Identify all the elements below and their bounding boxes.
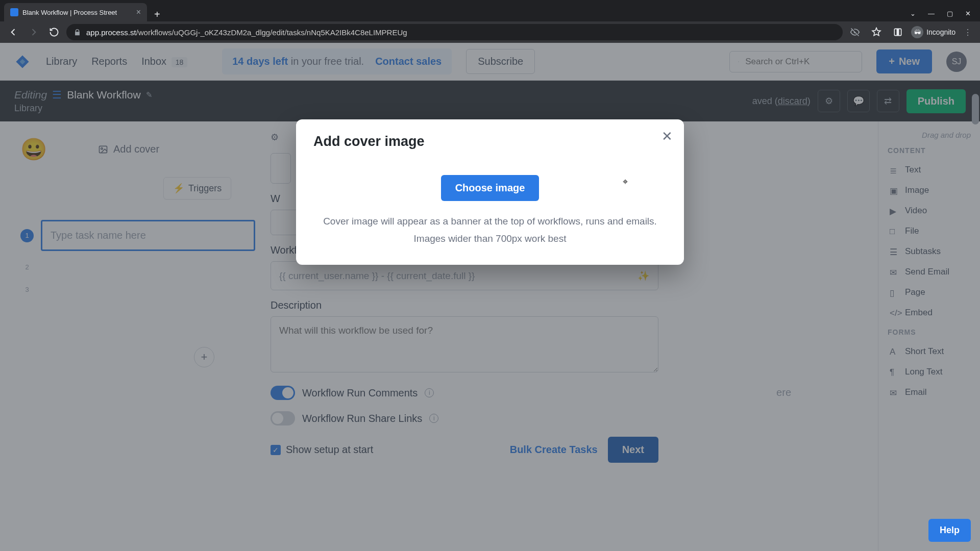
favicon	[10, 8, 18, 16]
new-tab-button[interactable]: +	[147, 7, 167, 21]
modal-overlay[interactable]: Add cover image ✕ Choose image Cover ima…	[0, 43, 980, 551]
modal-title: Add cover image	[313, 134, 667, 149]
svg-rect-1	[897, 29, 899, 35]
window-close-icon[interactable]: ✕	[965, 10, 971, 17]
add-cover-modal: Add cover image ✕ Choose image Cover ima…	[296, 119, 684, 265]
tab-title: Blank Workflow | Process Street	[22, 9, 132, 16]
address-bar[interactable]: app.process.st/workflows/uQGGj-_oKZ43zDM…	[66, 24, 843, 40]
window-maximize-icon[interactable]: ▢	[947, 10, 953, 17]
eye-off-icon[interactable]	[847, 24, 863, 40]
browser-toolbar: app.process.st/workflows/uQGGj-_oKZ43zDM…	[0, 21, 980, 43]
choose-image-button[interactable]: Choose image	[441, 175, 540, 201]
back-button[interactable]	[5, 24, 21, 40]
incognito-badge[interactable]: 🕶 Incognito	[911, 26, 955, 38]
lock-icon	[74, 29, 81, 36]
reload-button[interactable]	[46, 24, 62, 40]
url-domain: app.process.st	[86, 28, 136, 37]
incognito-label: Incognito	[926, 28, 955, 36]
forward-button[interactable]	[26, 24, 42, 40]
tab-close-icon[interactable]: ×	[136, 8, 141, 17]
browser-menu-icon[interactable]: ⋮	[961, 24, 975, 40]
browser-tabstrip: Blank Workflow | Process Street × + ⌄ — …	[0, 0, 980, 21]
url-path: /workflows/uQGGj-_oKZ43zDM2a_dlgg/edit/t…	[136, 28, 407, 37]
tab-dropdown-icon[interactable]: ⌄	[910, 10, 916, 17]
window-controls: ⌄ — ▢ ✕	[910, 10, 980, 21]
modal-close-button[interactable]: ✕	[662, 129, 673, 144]
bookmark-star-icon[interactable]	[868, 24, 885, 40]
modal-help-text-1: Cover image will appear as a banner at t…	[313, 214, 667, 229]
extension-icon[interactable]	[890, 24, 906, 40]
modal-help-text-2: Images wider than 700px work best	[313, 233, 667, 244]
window-minimize-icon[interactable]: —	[928, 10, 935, 17]
incognito-icon: 🕶	[911, 26, 923, 38]
browser-tab[interactable]: Blank Workflow | Process Street ×	[4, 3, 147, 21]
help-button[interactable]: Help	[928, 519, 971, 542]
